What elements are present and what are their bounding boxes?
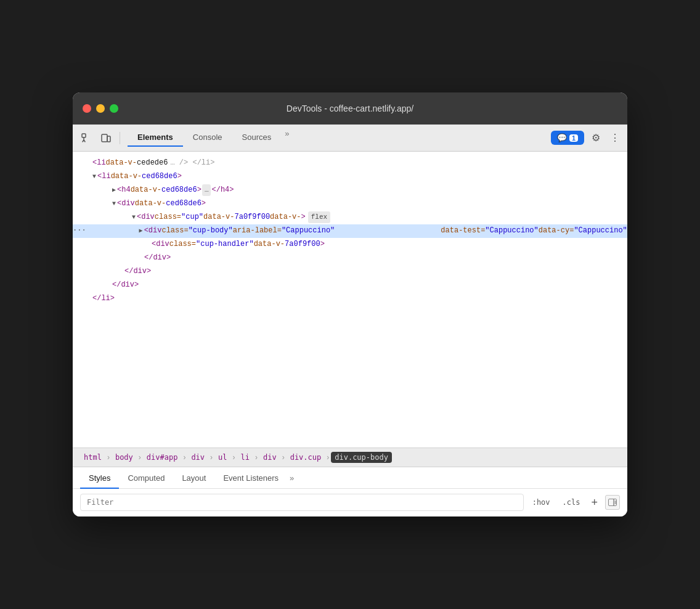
crumb-div2[interactable]: div (259, 452, 280, 463)
settings-button[interactable]: ⚙ (589, 129, 603, 146)
collapse-triangle-div-cup[interactable]: ▼ (132, 212, 136, 223)
sidebar-toggle-button[interactable] (605, 495, 620, 510)
tab-elements[interactable]: Elements (128, 129, 183, 147)
crumb-div[interactable]: div (187, 452, 208, 463)
tab-event-listeners[interactable]: Event Listeners (214, 467, 287, 489)
add-style-button[interactable]: + (588, 496, 600, 509)
dom-line-close-li: </li> (73, 292, 627, 306)
tab-sources[interactable]: Sources (232, 129, 282, 147)
titlebar: DevTools - coffee-cart.netlify.app/ (73, 92, 627, 125)
selected-indicator: ··· (73, 224, 86, 237)
collapse-triangle-div-ced[interactable]: ▼ (112, 198, 116, 209)
window-title: DevTools - coffee-cart.netlify.app/ (287, 104, 413, 113)
dom-line-cup-handler: <div class="cup-handler" data-v-7a0f9f00… (73, 238, 627, 251)
devtools-tabs: Elements Console Sources » (128, 129, 293, 147)
expand-triangle-h4[interactable]: ▶ (112, 185, 116, 195)
crumb-body[interactable]: body (112, 452, 137, 463)
inspect-element-button[interactable] (78, 129, 95, 147)
crumb-ul[interactable]: ul (214, 452, 230, 463)
traffic-lights (83, 104, 118, 113)
svg-rect-2 (107, 136, 110, 142)
dom-tree-panel: <li data-v- cedede6 … /> </li> ▼ <li dat… (73, 152, 627, 448)
tab-styles[interactable]: Styles (80, 467, 119, 489)
filter-bar: :hov .cls + (73, 489, 627, 517)
dom-line-close-div-1: </div> (73, 251, 627, 265)
crumb-div-cup[interactable]: div.cup (287, 452, 325, 463)
h4-ellipsis[interactable]: … (202, 184, 211, 196)
dom-line-truncated: <li data-v- cedede6 … /> </li> (73, 157, 627, 170)
notifications-button[interactable]: 💬 1 (551, 131, 584, 145)
styles-tabs: Styles Computed Layout Event Listeners » (73, 467, 627, 489)
tab-computed[interactable]: Computed (119, 467, 173, 489)
dom-line-close-div-2: </div> (73, 265, 627, 279)
devtools-window: DevTools - coffee-cart.netlify.app/ Elem… (73, 92, 627, 517)
toolbar-right: 💬 1 ⚙ ⋮ (551, 129, 622, 146)
more-options-button[interactable]: ⋮ (608, 129, 622, 146)
dom-line-li-open: ▼ <li data-v-ced68de6 > (73, 170, 627, 184)
crumb-li[interactable]: li (237, 452, 253, 463)
minimize-button[interactable] (96, 104, 105, 113)
expand-triangle-cup-body[interactable]: ▶ (139, 226, 143, 236)
maximize-button[interactable] (110, 104, 118, 113)
crumb-html[interactable]: html (80, 452, 105, 463)
tab-layout[interactable]: Layout (173, 467, 214, 489)
close-button[interactable] (83, 104, 91, 113)
crumb-div-app[interactable]: div#app (143, 452, 182, 463)
crumb-div-cup-body[interactable]: div.cup-body (331, 452, 392, 463)
flex-badge-cup[interactable]: flex (308, 211, 330, 223)
device-toolbar-button[interactable] (97, 129, 115, 147)
dom-line-div-cup: ▼ <div class="cup" data-v-7a0f9f00 data-… (73, 211, 627, 224)
dom-line-close-div-3: </div> (73, 279, 627, 292)
svg-rect-0 (82, 134, 86, 137)
devtools-toolbar: Elements Console Sources » 💬 1 ⚙ ⋮ (73, 125, 627, 152)
cls-button[interactable]: .cls (559, 496, 584, 509)
breadcrumb-bar: html › body › div#app › div › ul › li › … (73, 448, 627, 467)
toolbar-separator (120, 132, 120, 144)
dom-line-div-ced: ▼ <div data-v-ced68de6 > (73, 197, 627, 211)
svg-rect-1 (102, 134, 107, 142)
tab-console[interactable]: Console (183, 129, 232, 147)
tabs-more-button[interactable]: » (281, 129, 293, 147)
chat-icon: 💬 (557, 133, 567, 142)
collapse-triangle-li[interactable]: ▼ (92, 171, 96, 182)
filter-input[interactable] (80, 494, 524, 511)
dom-line-cup-body-selected[interactable]: ··· ▶ <div class="cup-body" aria-label="… (73, 224, 627, 238)
styles-tabs-more[interactable]: » (290, 473, 294, 483)
dom-line-h4: ▶ <h4 data-v-ced68de6 > … </h4> (73, 184, 627, 197)
hov-button[interactable]: :hov (529, 496, 554, 509)
badge-count: 1 (569, 134, 578, 142)
